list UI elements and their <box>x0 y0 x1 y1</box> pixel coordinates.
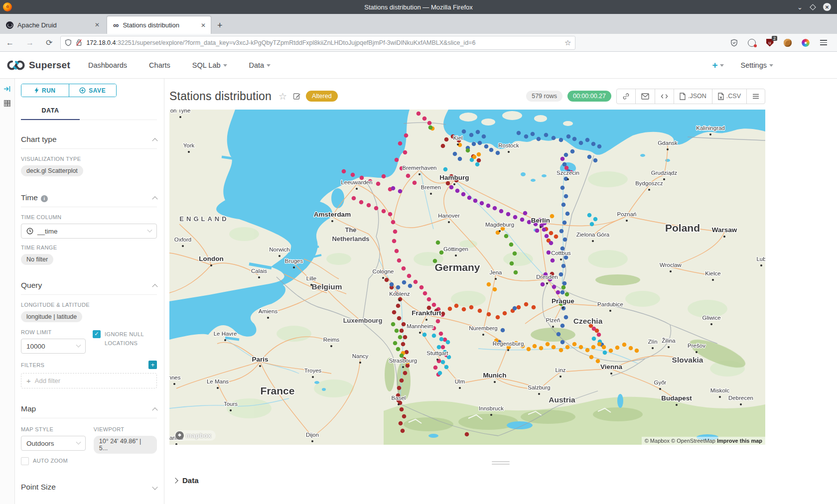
station-point[interactable] <box>506 212 511 217</box>
station-point[interactable] <box>465 432 469 437</box>
station-point[interactable] <box>615 346 620 350</box>
station-point[interactable] <box>545 234 549 239</box>
station-point[interactable] <box>560 186 565 190</box>
station-point[interactable] <box>524 302 529 307</box>
station-point[interactable] <box>597 333 601 337</box>
station-point[interactable] <box>533 344 537 349</box>
station-point[interactable] <box>390 282 394 287</box>
station-point[interactable] <box>477 152 481 157</box>
station-point[interactable] <box>524 134 529 139</box>
expand-panel-icon[interactable] <box>3 86 11 92</box>
nav-data[interactable]: Data <box>249 61 271 69</box>
embed-code-button[interactable] <box>655 89 674 104</box>
station-point[interactable] <box>587 155 592 159</box>
station-point[interactable] <box>455 189 460 193</box>
station-point[interactable] <box>547 251 551 255</box>
station-point[interactable] <box>374 206 379 211</box>
auto-zoom-checkbox[interactable] <box>21 457 29 465</box>
station-point[interactable] <box>565 345 570 350</box>
station-point[interactable] <box>596 359 600 364</box>
station-point[interactable] <box>579 345 583 350</box>
run-button[interactable]: RUN <box>21 84 69 97</box>
station-point[interactable] <box>595 329 599 333</box>
station-point[interactable] <box>400 354 404 358</box>
station-point[interactable] <box>552 345 556 350</box>
station-point[interactable] <box>432 334 436 338</box>
station-point[interactable] <box>395 158 399 162</box>
row-limit-select[interactable]: 10000 <box>21 339 86 354</box>
station-point[interactable] <box>472 142 476 146</box>
insecure-lock-icon[interactable] <box>76 39 82 46</box>
station-point[interactable] <box>391 220 396 225</box>
station-point[interactable] <box>475 162 480 167</box>
station-point[interactable] <box>444 137 449 142</box>
station-point[interactable] <box>439 332 443 336</box>
station-point[interactable] <box>399 421 403 426</box>
url-bar[interactable]: 172.18.0.4:32251/superset/explore/?form_… <box>60 36 575 50</box>
station-point[interactable] <box>517 131 521 135</box>
station-point[interactable] <box>513 306 517 311</box>
station-point[interactable] <box>461 192 466 197</box>
station-point[interactable] <box>510 261 514 266</box>
close-icon[interactable]: ✕ <box>823 3 831 11</box>
station-point[interactable] <box>557 332 561 337</box>
tab-stations-distribution[interactable]: ∞ Stations distribution ✕ <box>107 16 211 34</box>
station-point[interactable] <box>566 134 571 139</box>
station-point[interactable] <box>478 309 482 313</box>
station-point[interactable] <box>635 349 639 353</box>
tracking-shield-icon[interactable] <box>65 39 72 46</box>
station-point[interactable] <box>503 311 507 316</box>
station-point[interactable] <box>629 346 633 351</box>
station-point[interactable] <box>537 137 541 141</box>
lonlat-value[interactable]: longitude | latitude <box>21 311 82 322</box>
dataset-grid-icon[interactable] <box>4 100 10 107</box>
station-point[interactable] <box>439 337 444 342</box>
tab-apache-druid[interactable]: Apache Druid ✕ <box>0 16 105 34</box>
station-point[interactable] <box>449 185 454 190</box>
new-tab-button[interactable]: + <box>211 20 229 34</box>
station-point[interactable] <box>552 136 556 140</box>
station-point[interactable] <box>401 342 406 347</box>
station-point[interactable] <box>603 351 607 355</box>
color-wheel-extension-icon[interactable] <box>801 38 810 47</box>
station-point[interactable] <box>622 343 627 347</box>
add-filter-box[interactable]: + Add filter <box>21 373 157 388</box>
station-point[interactable] <box>496 315 500 320</box>
station-point[interactable] <box>532 305 536 310</box>
station-point[interactable] <box>559 272 563 277</box>
station-point[interactable] <box>454 304 459 308</box>
station-point[interactable] <box>602 345 606 350</box>
station-point[interactable] <box>504 234 509 239</box>
viewport-value[interactable]: 10° 24' 49.86" | 5... <box>94 436 157 454</box>
station-point[interactable] <box>554 235 558 239</box>
station-point[interactable] <box>560 157 565 161</box>
station-point[interactable] <box>417 112 421 116</box>
station-point[interactable] <box>400 329 404 333</box>
station-point[interactable] <box>453 152 457 156</box>
settings-menu[interactable]: Settings <box>741 61 773 69</box>
url-text[interactable]: 172.18.0.4:32251/superset/explore/?form_… <box>86 39 564 46</box>
station-point[interactable] <box>487 312 491 317</box>
station-point[interactable] <box>517 305 521 310</box>
station-point[interactable] <box>432 303 436 307</box>
station-point[interactable] <box>448 307 452 311</box>
station-point[interactable] <box>419 285 424 290</box>
station-point[interactable] <box>493 287 497 292</box>
station-point[interactable] <box>565 212 570 216</box>
station-point[interactable] <box>585 138 590 142</box>
station-point[interactable] <box>560 290 565 295</box>
station-point[interactable] <box>480 201 484 206</box>
station-point[interactable] <box>402 266 406 271</box>
station-point[interactable] <box>351 173 355 177</box>
section-chart-type[interactable]: Chart type <box>21 135 157 144</box>
station-point[interactable] <box>546 342 550 347</box>
station-point[interactable] <box>561 285 566 290</box>
station-point[interactable] <box>469 133 474 137</box>
station-point[interactable] <box>593 158 598 163</box>
ignore-null-checkbox[interactable]: ✓ <box>93 330 101 338</box>
station-point[interactable] <box>446 181 450 186</box>
station-point[interactable] <box>466 148 470 153</box>
favorite-star-icon[interactable]: ☆ <box>279 91 287 102</box>
station-point[interactable] <box>562 281 567 286</box>
station-point[interactable] <box>570 149 575 154</box>
